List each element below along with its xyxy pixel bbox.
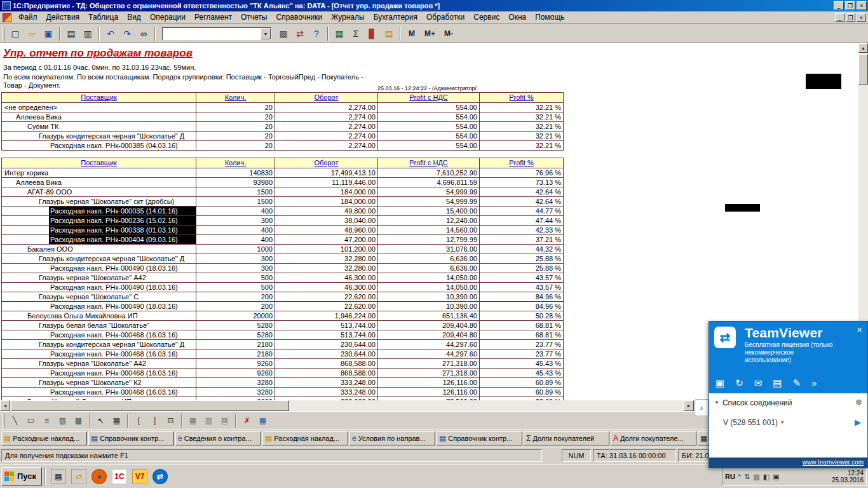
table-row[interactable]: Расходная накл. РНк-000468 (16.03.16)528… — [2, 330, 564, 340]
window-button[interactable]: ▤Справочник контр... — [88, 431, 174, 445]
table-row[interactable]: Расходная накл. РНк-000468 (16.03.16)926… — [2, 369, 564, 378]
table-row[interactable]: <не определен>202,274.00554.0032.21 % — [2, 103, 564, 112]
connection-item[interactable]: V (528 551 001) ▾ ▶ — [723, 417, 862, 427]
1c-icon[interactable]: 1С — [109, 467, 130, 486]
more-icon[interactable]: » — [811, 377, 817, 389]
table-row[interactable]: Глазурь черная "Шоколатье" скт (дробсы)1… — [2, 197, 564, 207]
object-tool-icon[interactable]: ▩ — [71, 414, 86, 428]
table-row[interactable]: Белоусова Ольга Михайловна ИП200001,946,… — [2, 311, 564, 321]
table-row[interactable]: Расходная накл. РНк-000404 (09.03.16)400… — [2, 235, 564, 245]
window-button[interactable]: еСведения о контра... — [175, 431, 261, 445]
table-chart-icon[interactable]: ▊ — [365, 26, 380, 41]
video-icon[interactable]: ▣ — [715, 377, 724, 389]
quick-select-combo[interactable]: ▼ — [162, 27, 271, 40]
view-mode-icon[interactable]: ▦ — [109, 414, 124, 428]
table-row[interactable]: Аллеева Вика202,274.00554.0032.21 % — [2, 112, 564, 122]
display-icon[interactable]: ▥ — [753, 473, 759, 481]
chevron-down-icon[interactable]: ▼ — [261, 28, 271, 39]
menu-item[interactable]: Регламент — [190, 11, 236, 24]
m-plus-button[interactable]: М+ — [421, 26, 439, 41]
column-header[interactable]: Оборот — [275, 158, 378, 168]
table-row[interactable]: Глазурь кондитерская черная "Шоколатье" … — [2, 132, 564, 141]
redo-icon[interactable]: ↷ — [119, 26, 135, 41]
text-tool-icon[interactable]: ≡ — [39, 414, 54, 428]
window-button[interactable]: ▤Расходные наклад... — [1, 431, 87, 445]
chevron-down-icon[interactable]: ▾ — [781, 419, 783, 425]
line-tool-icon[interactable]: ╲ — [8, 414, 22, 428]
cursor-tool-icon[interactable]: ↖ — [93, 414, 108, 428]
column-header[interactable]: Поставщик — [2, 158, 196, 168]
close-icon[interactable]: × — [857, 324, 862, 335]
window-button[interactable]: еУсловия по направ... — [349, 431, 435, 445]
table-row[interactable]: Глазурь кондитерская черная "Шоколатье" … — [2, 254, 564, 264]
tv-status-icon[interactable]: ▣ — [773, 473, 779, 481]
table-row[interactable]: АГАТ-89 ООО1500184,000.0054,999.9942.64 … — [2, 187, 564, 197]
m-button[interactable]: М — [404, 26, 419, 41]
book-icon[interactable]: ▤ — [381, 26, 397, 41]
column-header[interactable]: Profit % — [480, 158, 564, 168]
file-transfer-icon[interactable]: ▤ — [773, 377, 782, 389]
panes-icon[interactable]: ▤ — [217, 414, 232, 428]
column-header[interactable]: Оборот — [275, 93, 378, 103]
table-row[interactable]: Глазурь черная "Шоколатье" К23280333,248… — [2, 378, 564, 388]
mdi-minimize-button[interactable]: _ — [835, 13, 844, 22]
hide-grid-icon[interactable]: ✗ — [240, 414, 254, 428]
table-row[interactable]: Глазурь белая белая "Шоколатье"5280513,7… — [2, 321, 564, 330]
menu-item[interactable]: Сервис — [469, 11, 504, 24]
column-header[interactable]: Profit % — [480, 93, 564, 103]
menu-item[interactable]: Действия — [42, 11, 85, 24]
table-edit-icon[interactable]: ▦ — [332, 26, 347, 41]
table-row[interactable]: Расходная накл. РНк-000490 (18.03.16)300… — [2, 264, 564, 273]
window-button[interactable]: АДолги покупателе... — [611, 431, 696, 445]
print-preview-icon[interactable]: ▥ — [80, 26, 95, 41]
monitor-icon[interactable]: ▩ — [276, 26, 291, 41]
column-header[interactable]: Колич. — [196, 158, 275, 168]
window-button[interactable]: ΣДолги покупателей — [524, 431, 609, 445]
menu-item[interactable]: Отчеты — [236, 11, 271, 24]
table-row[interactable]: Глазурь черная "Шоколатье" А429260868,58… — [2, 359, 564, 369]
menu-item[interactable]: Операции — [146, 11, 190, 24]
table-row[interactable]: Расходная накл. РНк-000236 (15.02.16)300… — [2, 216, 564, 226]
horizontal-scrollbar[interactable]: ◄ ► — [0, 400, 695, 411]
table-row[interactable]: Интер хорика14083017,499,413.107,610,252… — [2, 168, 564, 178]
whiteboard-icon[interactable]: ✎ — [793, 377, 801, 389]
table-row[interactable]: Глазурь черная "Шоколатье" А4250046,300.… — [2, 273, 564, 283]
chevron-up-icon[interactable]: ^ — [738, 473, 741, 480]
table-row[interactable]: Глазурь черная "Шоколатье" С20022,620.00… — [2, 292, 564, 302]
exchange-icon[interactable]: ⇄ — [292, 26, 308, 41]
grid-icon[interactable]: ▦ — [186, 414, 200, 428]
start-button[interactable]: Пуск — [1, 467, 42, 486]
table-row[interactable]: Расходная накл. РНк-000035 (14.01.16)400… — [2, 207, 564, 216]
page-layout-icon[interactable]: ▦ — [255, 414, 270, 428]
mdi-close-button[interactable]: × — [857, 13, 866, 22]
headers-icon[interactable]: ▥ — [201, 414, 216, 428]
gear-icon[interactable]: ✽ — [855, 398, 862, 407]
table-row[interactable]: Глазурь кондитерская черная "Шоколатье" … — [2, 340, 564, 349]
undo-icon[interactable]: ↶ — [103, 26, 118, 41]
menu-item[interactable]: Журналы — [327, 11, 369, 24]
m-minus-button[interactable]: М- — [440, 26, 457, 41]
column-header[interactable]: Profit с НДС — [378, 158, 480, 168]
menu-item[interactable]: Файл — [14, 11, 42, 24]
print-icon[interactable]: ▤ — [64, 26, 79, 41]
window-button[interactable]: ▤Расходная наклад... — [262, 431, 348, 445]
column-header[interactable]: Поставщик — [2, 93, 196, 103]
window-button[interactable]: ▤Справочник контр... — [437, 431, 522, 445]
table-sum-icon[interactable]: Σ — [348, 26, 363, 41]
clock[interactable]: 12:24 25.03.2016 — [832, 470, 864, 484]
table-row[interactable]: Аллеева Вика9398011,119,446.004,696,811.… — [2, 178, 564, 187]
menu-item[interactable]: Справочники — [272, 11, 327, 24]
bracket-close-icon[interactable]: ] — [147, 414, 162, 428]
teamviewer-icon[interactable]: ⇄ — [150, 467, 170, 486]
vertical-scroll-thumb[interactable] — [858, 54, 868, 85]
column-header[interactable]: Profit с НДС — [378, 93, 480, 103]
mdi-restore-button[interactable]: ❐ — [846, 13, 855, 22]
network-icon[interactable]: ⇅ — [744, 473, 750, 481]
table-row[interactable]: Бакалея ООО1000101,200.0031,076.0044.32 … — [2, 245, 564, 254]
picture-tool-icon[interactable]: ▨ — [55, 414, 70, 428]
horizontal-scroll-thumb[interactable] — [11, 400, 289, 411]
explorer-icon[interactable]: ▱ — [69, 467, 89, 486]
language-indicator[interactable]: RU — [725, 473, 735, 480]
menu-item[interactable]: Помощь — [531, 11, 569, 24]
column-header[interactable]: Колич. — [196, 93, 275, 103]
